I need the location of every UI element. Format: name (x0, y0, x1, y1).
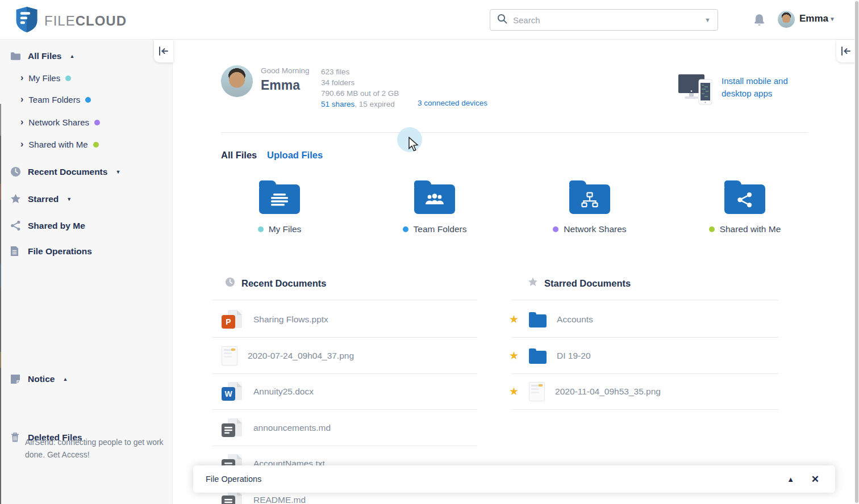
panel-close-icon[interactable]: ✕ (811, 473, 819, 485)
logo-wordmark: FILECLOUD (44, 13, 127, 29)
sidebar-item-shared-with-me[interactable]: › Shared with Me (20, 140, 99, 149)
file-row-md[interactable]: announcements.md (222, 410, 331, 446)
my-files-dot (258, 226, 264, 232)
recent-documents-header: Recent Documents (225, 277, 326, 289)
file-row-docx[interactable]: W Annuity25.docx (222, 373, 314, 409)
folder-icon (10, 51, 21, 61)
stat-shares: 51 shares, 15 expired (321, 99, 399, 110)
expand-caret-icon[interactable]: ▼ (66, 196, 72, 202)
note-icon (10, 373, 21, 384)
file-row-pptx[interactable]: P Sharing Flows.pptx (222, 301, 328, 337)
panel-collapse-button[interactable] (836, 40, 856, 62)
screen-edge-artifact (0, 104, 1, 504)
image-thumbnail-icon (222, 346, 237, 366)
pptx-file-icon: P (222, 309, 243, 330)
page-scrollbar[interactable] (854, 0, 859, 504)
tab-upload-files[interactable]: Upload Files (267, 150, 323, 161)
image-thumbnail-icon (529, 382, 545, 401)
search-scope-dropdown-icon[interactable]: ▼ (704, 16, 711, 23)
sidebar-item-recent-documents[interactable]: Recent Documents ▼ (10, 166, 120, 177)
shared-with-me-dot (709, 226, 715, 232)
shortcut-team-folders[interactable]: Team Folders (392, 179, 477, 234)
stat-folders: 34 folders (321, 77, 399, 88)
section-divider (221, 132, 808, 133)
clock-icon (225, 277, 235, 289)
team-folders-folder-icon (414, 184, 455, 214)
gold-star-icon[interactable]: ★ (509, 350, 519, 361)
network-shares-dot (553, 226, 558, 232)
filecloud-logo[interactable]: FILECLOUD (16, 7, 127, 35)
network-shares-folder-icon (569, 184, 610, 214)
sidebar-collapse-button[interactable] (154, 40, 173, 62)
greeting-name: Emma (261, 78, 300, 93)
my-files-folder-icon (259, 184, 300, 214)
greeting-salutation: Good Morning (261, 66, 310, 75)
scrollbar-thumb[interactable] (855, 1, 858, 503)
account-stats: 623 files 34 folders 790.66 MB out of 2 … (321, 66, 399, 110)
sidebar-item-notice[interactable]: Notice ▲ (10, 373, 68, 384)
shares-expired: , 15 expired (355, 100, 395, 108)
file-row-image[interactable]: 2020-07-24_09h04_37.png (222, 338, 354, 373)
team-folders-dot (85, 97, 91, 103)
expand-caret-icon[interactable]: ▼ (115, 169, 120, 175)
folder-icon (529, 314, 547, 327)
search-box: ▼ (490, 9, 718, 31)
network-shares-dot (94, 120, 100, 125)
user-avatar[interactable] (778, 11, 795, 28)
sidebar-item-my-files[interactable]: › My Files (20, 73, 71, 83)
starred-documents-header: Starred Documents (528, 277, 631, 289)
shared-with-me-folder-icon (724, 184, 765, 214)
starred-row-folder[interactable]: ★ DI 19-20 (509, 338, 591, 373)
docx-file-icon: W (222, 381, 243, 402)
stat-storage: 790.66 MB out of 2 GB (321, 88, 399, 99)
text-file-icon (222, 418, 243, 438)
shortcut-network-shares[interactable]: Network Shares (547, 179, 632, 234)
user-menu-caret-icon[interactable]: ▼ (829, 16, 835, 22)
stat-files: 623 files (321, 66, 399, 77)
shared-with-me-dot (93, 142, 99, 148)
mouse-cursor (408, 137, 419, 154)
sidebar-item-deleted-files[interactable]: Deleted Files (10, 432, 82, 443)
shortcut-shared-with-me[interactable]: Shared with Me (702, 179, 787, 234)
sidebar-item-shared-by-me[interactable]: Shared by Me (10, 220, 85, 231)
star-icon (528, 277, 538, 289)
chevron-right-icon[interactable]: › (20, 95, 23, 104)
sidebar: All Files ▲ › My Files › Team Folders › … (0, 40, 173, 504)
filecloud-app: FILECLOUD ▼ Emma ▼ All Files ▲ › My File… (0, 0, 859, 504)
my-files-dot (65, 75, 71, 81)
install-apps-link[interactable]: Install mobile and desktop apps (722, 75, 807, 100)
file-operations-title: File Operations (206, 474, 261, 484)
connected-devices-link[interactable]: 3 connected devices (418, 99, 487, 107)
sidebar-item-network-shares[interactable]: › Network Shares (20, 117, 100, 127)
shares-link[interactable]: 51 shares (321, 100, 355, 108)
trash-icon (10, 432, 21, 443)
chevron-right-icon[interactable]: › (20, 117, 23, 127)
star-icon (10, 194, 21, 204)
user-name[interactable]: Emma (799, 13, 828, 24)
chevron-right-icon[interactable]: › (20, 73, 23, 82)
notifications-bell-icon[interactable] (753, 14, 765, 27)
starred-row-folder[interactable]: ★ Accounts (509, 301, 593, 337)
team-folders-dot (403, 226, 408, 232)
tab-all-files[interactable]: All Files (221, 150, 257, 161)
panel-expand-icon[interactable]: ▲ (787, 475, 794, 484)
search-icon (497, 14, 507, 26)
gold-star-icon[interactable]: ★ (509, 314, 519, 325)
clock-icon (10, 166, 21, 177)
sidebar-item-all-files[interactable]: All Files ▲ (10, 51, 74, 61)
shortcut-my-files[interactable]: My Files (237, 179, 322, 234)
share-icon (10, 220, 21, 231)
top-header: FILECLOUD ▼ Emma ▼ (0, 0, 859, 40)
sidebar-item-starred[interactable]: Starred ▼ (10, 194, 72, 204)
collapse-caret-icon[interactable]: ▲ (62, 376, 68, 382)
sidebar-item-file-operations[interactable]: File Operations (10, 246, 92, 257)
devices-illustration-icon (677, 72, 715, 107)
starred-row-image[interactable]: ★ 2020-11-04_09h53_35.png (509, 373, 661, 409)
folder-icon (529, 351, 547, 364)
search-input[interactable] (513, 15, 699, 25)
chevron-right-icon[interactable]: › (20, 140, 23, 149)
collapse-caret-icon[interactable]: ▲ (69, 53, 74, 59)
sidebar-item-team-folders[interactable]: › Team Folders (20, 95, 91, 104)
file-operations-panel: File Operations ▲ ✕ (193, 465, 835, 493)
gold-star-icon[interactable]: ★ (509, 386, 519, 397)
